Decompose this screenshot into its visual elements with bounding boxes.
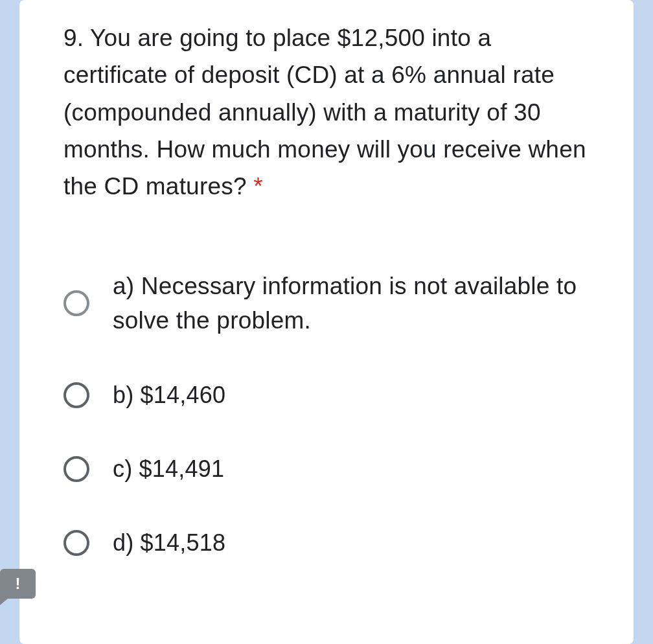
- option-c[interactable]: c) $14,491: [63, 452, 590, 486]
- radio-icon[interactable]: [63, 382, 89, 408]
- option-label: d) $14,518: [113, 526, 225, 560]
- report-problem-button[interactable]: !: [0, 569, 36, 599]
- radio-icon[interactable]: [63, 456, 89, 482]
- radio-icon[interactable]: [63, 530, 89, 556]
- question-card: 9. You are going to place $12,500 into a…: [19, 0, 634, 644]
- radio-icon[interactable]: [63, 290, 89, 316]
- option-label: a) Necessary information is not availabl…: [113, 269, 590, 338]
- option-b[interactable]: b) $14,460: [63, 378, 590, 412]
- options-group: a) Necessary information is not availabl…: [63, 269, 590, 560]
- option-label: c) $14,491: [113, 452, 224, 486]
- option-a[interactable]: a) Necessary information is not availabl…: [63, 269, 590, 338]
- question-text: 9. You are going to place $12,500 into a…: [63, 0, 590, 205]
- option-d[interactable]: d) $14,518: [63, 526, 590, 560]
- exclamation-icon: !: [16, 576, 21, 592]
- option-label: b) $14,460: [113, 378, 225, 412]
- question-body: 9. You are going to place $12,500 into a…: [63, 25, 586, 200]
- required-asterisk: *: [253, 173, 263, 200]
